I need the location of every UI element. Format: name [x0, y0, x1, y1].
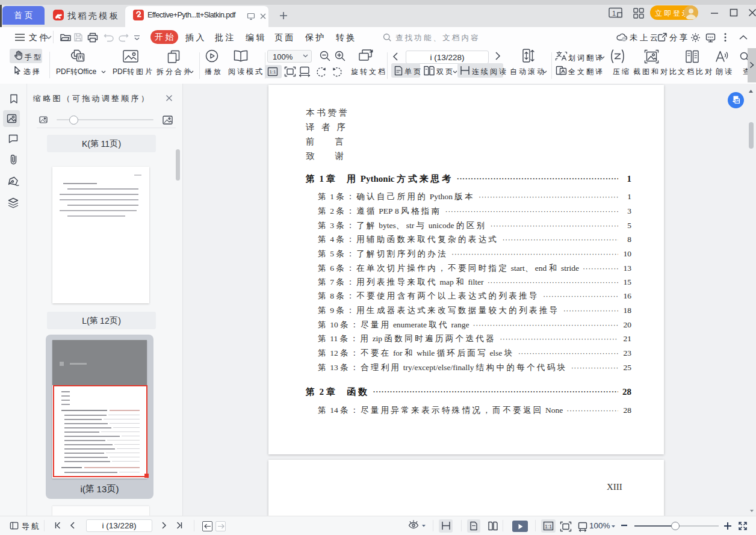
- svg-text:1:1: 1:1: [545, 524, 552, 530]
- svg-text:1:1: 1:1: [269, 69, 276, 75]
- svg-text:1: 1: [612, 10, 616, 17]
